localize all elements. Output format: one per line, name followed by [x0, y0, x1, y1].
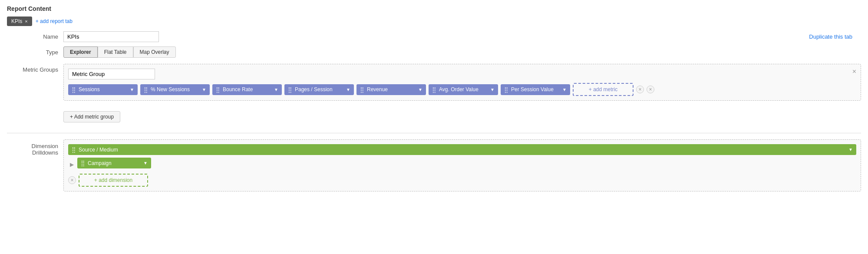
- dimension-pill-source-medium[interactable]: ⣿ Source / Medium ▼: [68, 144, 856, 155]
- remove-dimension-circle[interactable]: ×: [68, 176, 76, 184]
- type-btn-explorer[interactable]: Explorer: [63, 46, 98, 58]
- drag-handle-per-session: ⣿: [504, 86, 508, 93]
- metric-groups-content: × ⣿ Sessions ▼ ⣿ % New Sessions ▼ ⣿: [63, 64, 861, 105]
- dimension-sub-row-campaign: ▶ ⣿ Campaign ▼: [68, 158, 856, 171]
- dimension-drilldowns-row: Dimension Drilldowns ⣿ Source / Medium ▼…: [7, 139, 861, 191]
- metric-pill-pages-session[interactable]: ⣿ Pages / Session ▼: [284, 84, 354, 95]
- metric-arrow-per-session: ▼: [562, 87, 567, 92]
- metrics-grid: ⣿ Sessions ▼ ⣿ % New Sessions ▼ ⣿ Bounce…: [68, 83, 856, 96]
- remove-metric-circle-1[interactable]: ×: [636, 86, 644, 93]
- metric-pill-revenue[interactable]: ⣿ Revenue ▼: [356, 84, 426, 95]
- metric-group-name-input[interactable]: [68, 69, 155, 79]
- metric-pill-sessions[interactable]: ⣿ Sessions ▼: [68, 84, 138, 95]
- metric-groups-row: Metric Groups × ⣿ Sessions ▼ ⣿ % New Ses…: [7, 64, 861, 105]
- dimension-label-source-medium: Source / Medium: [79, 147, 846, 153]
- metric-label-new-sessions: % New Sessions: [151, 86, 199, 92]
- metric-group-box: × ⣿ Sessions ▼ ⣿ % New Sessions ▼ ⣿: [63, 64, 861, 101]
- section-divider: [7, 133, 861, 133]
- drag-handle-revenue: ⣿: [360, 86, 364, 93]
- metric-pill-bounce-rate[interactable]: ⣿ Bounce Rate ▼: [212, 84, 282, 95]
- metric-arrow-bounce-rate: ▼: [274, 87, 278, 92]
- metric-label-pages-session: Pages / Session: [295, 86, 343, 92]
- dimension-content: ⣿ Source / Medium ▼ ▶ ⣿ Campaign ▼ × + a…: [63, 139, 861, 191]
- type-btn-flat-table[interactable]: Flat Table: [98, 46, 133, 58]
- type-buttons: Explorer Flat Table Map Overlay: [63, 46, 176, 58]
- add-dimension-row: × + add dimension: [68, 174, 856, 187]
- drag-handle-sessions: ⣿: [72, 86, 76, 93]
- drag-handle-campaign: ⣿: [81, 160, 85, 166]
- dimension-pill-campaign[interactable]: ⣿ Campaign ▼: [77, 158, 151, 168]
- drag-handle-pages-session: ⣿: [288, 86, 292, 93]
- metric-label-per-session: Per Session Value: [511, 86, 560, 92]
- name-input[interactable]: [63, 31, 159, 42]
- dimension-arrow-source-medium: ▼: [848, 147, 853, 152]
- drag-handle-bounce-rate: ⣿: [216, 86, 220, 93]
- add-dimension-button[interactable]: + add dimension: [79, 174, 148, 187]
- metric-arrow-avg-order: ▼: [490, 87, 495, 92]
- metric-group-close[interactable]: ×: [852, 68, 856, 76]
- metric-pill-avg-order[interactable]: ⣿ Avg. Order Value ▼: [429, 84, 498, 95]
- tab-kpis-label: KPIs: [11, 18, 22, 24]
- metric-label-avg-order: Avg. Order Value: [439, 86, 488, 92]
- dimension-arrow-campaign: ▼: [143, 161, 148, 165]
- add-metric-group-button[interactable]: + Add metric group: [63, 111, 120, 122]
- dimension-label-campaign: Campaign: [88, 160, 141, 166]
- tab-kpis-close[interactable]: ×: [25, 19, 27, 24]
- metric-arrow-sessions: ▼: [130, 87, 134, 92]
- type-row: Type Explorer Flat Table Map Overlay: [7, 46, 861, 58]
- tab-kpis[interactable]: KPIs ×: [7, 16, 32, 26]
- drag-handle-new-sessions: ⣿: [144, 86, 148, 93]
- add-metric-button[interactable]: + add metric: [573, 83, 634, 96]
- type-label: Type: [7, 49, 63, 56]
- drag-handle-source-medium: ⣿: [72, 146, 76, 153]
- drag-handle-avg-order: ⣿: [432, 86, 436, 93]
- metric-groups-label: Metric Groups: [7, 64, 63, 73]
- remove-metric-circle-2[interactable]: ×: [647, 86, 654, 93]
- name-label: Name: [7, 33, 63, 40]
- metric-arrow-pages-session: ▼: [346, 87, 350, 92]
- metric-label-sessions: Sessions: [79, 86, 127, 92]
- sub-indent-arrow: ▶: [70, 162, 74, 168]
- page-title: Report Content: [7, 5, 861, 12]
- metric-label-revenue: Revenue: [367, 86, 416, 92]
- duplicate-tab-link[interactable]: Duplicate this tab: [809, 33, 861, 40]
- tabs-row: KPIs × + add report tab: [7, 16, 861, 26]
- metric-arrow-new-sessions: ▼: [202, 87, 206, 92]
- metric-pill-per-session[interactable]: ⣿ Per Session Value ▼: [501, 84, 570, 95]
- metric-label-bounce-rate: Bounce Rate: [223, 86, 271, 92]
- name-row: Name Duplicate this tab: [7, 31, 861, 42]
- metric-arrow-revenue: ▼: [418, 87, 422, 92]
- metric-pill-new-sessions[interactable]: ⣿ % New Sessions ▼: [140, 84, 210, 95]
- add-tab-link[interactable]: + add report tab: [36, 18, 73, 24]
- type-btn-map-overlay[interactable]: Map Overlay: [133, 46, 176, 58]
- dimension-drilldowns-label: Dimension Drilldowns: [7, 139, 63, 156]
